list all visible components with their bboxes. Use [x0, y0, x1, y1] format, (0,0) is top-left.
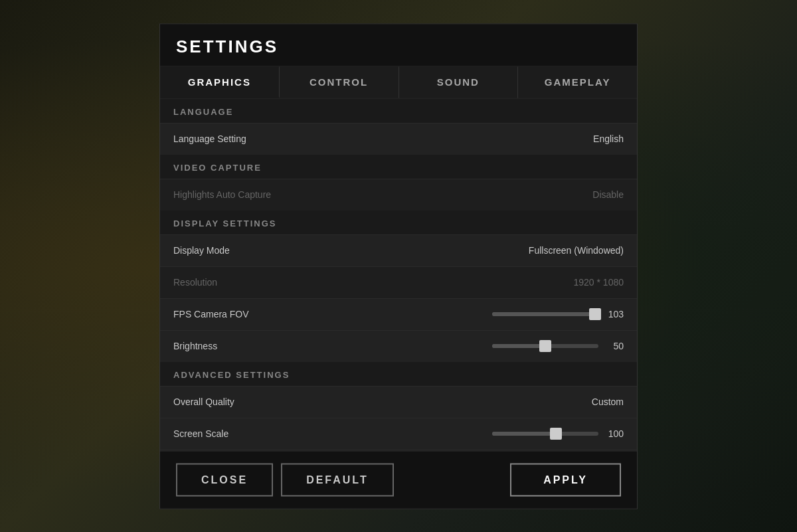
fps-fov-slider-container: 103: [492, 309, 624, 319]
language-setting-value: English: [593, 133, 624, 144]
section-advanced-header: ADVANCED SETTINGS: [160, 361, 637, 385]
screen-scale-value: 100: [604, 428, 624, 439]
section-video-title: VIDEO CAPTURE: [173, 162, 262, 172]
screen-scale-label: Screen Scale: [173, 428, 228, 439]
brightness-slider-thumb[interactable]: [539, 340, 551, 352]
brightness-slider-track[interactable]: [492, 344, 598, 348]
section-language-title: LANGUAGE: [173, 106, 233, 116]
modal-footer: CLOSE DEFAULT APPLY: [160, 450, 637, 508]
tab-sound[interactable]: SOUND: [399, 66, 519, 98]
section-language-header: LANGUAGE: [160, 98, 637, 122]
tab-gameplay[interactable]: GAMEPLAY: [518, 66, 637, 98]
modal-title: SETTINGS: [176, 36, 278, 56]
overall-quality-value: Custom: [592, 397, 624, 407]
section-display-header: DISPLAY SETTINGS: [160, 210, 637, 234]
brightness-value: 50: [604, 341, 624, 351]
fps-fov-slider-thumb[interactable]: [589, 308, 601, 320]
tab-graphics[interactable]: GRAPHICS: [160, 66, 280, 98]
section-advanced-title: ADVANCED SETTINGS: [173, 369, 290, 379]
row-screen-scale: Screen Scale 100: [160, 417, 637, 449]
brightness-label: Brightness: [173, 341, 217, 351]
display-mode-label: Display Mode: [173, 245, 230, 256]
row-fps-fov: FPS Camera FOV 103: [160, 298, 637, 329]
brightness-slider-container: 50: [492, 341, 624, 351]
resolution-value: 1920 * 1080: [573, 277, 624, 288]
brightness-slider-fill: [492, 344, 545, 348]
settings-modal: SETTINGS GRAPHICS CoNTroL SOUND GAMEPLAY…: [159, 23, 638, 509]
screen-scale-slider-track[interactable]: [492, 432, 598, 436]
row-resolution: Resolution 1920 * 1080: [160, 266, 637, 298]
tab-control[interactable]: CoNTroL: [280, 66, 399, 98]
overall-quality-label: Overall Quality: [173, 397, 234, 407]
row-language-setting[interactable]: Language Setting English: [160, 122, 637, 154]
screen-scale-slider-fill: [492, 432, 556, 436]
tabs-row: GRAPHICS CoNTroL SOUND GAMEPLAY: [160, 66, 637, 98]
row-display-mode[interactable]: Display Mode Fullscreen (Windowed): [160, 234, 637, 266]
settings-body: LANGUAGE Language Setting English VIDEO …: [160, 98, 637, 450]
section-video-header: VIDEO CAPTURE: [160, 154, 637, 178]
fps-fov-slider-track[interactable]: [492, 312, 598, 316]
fps-fov-value: 103: [604, 309, 624, 319]
row-overall-quality[interactable]: Overall Quality Custom: [160, 385, 637, 417]
screen-scale-slider-container: 100: [492, 428, 624, 439]
language-setting-label: Language Setting: [173, 133, 246, 144]
apply-button[interactable]: APPLY: [510, 463, 621, 496]
close-button[interactable]: CLOSE: [176, 463, 273, 496]
highlights-label: Highlights Auto Capture: [173, 189, 271, 200]
row-brightness: Brightness 50: [160, 329, 637, 361]
fps-fov-slider-fill: [492, 312, 595, 316]
screen-scale-slider-thumb[interactable]: [550, 428, 562, 440]
resolution-label: Resolution: [173, 277, 217, 288]
section-display-title: DISPLAY SETTINGS: [173, 218, 277, 228]
row-anti-aliasing[interactable]: Anti-Aliasing Very Low: [160, 449, 637, 450]
highlights-value: Disable: [592, 189, 624, 200]
row-highlights-capture: Highlights Auto Capture Disable: [160, 178, 637, 210]
default-button[interactable]: DEFAULT: [281, 463, 394, 496]
modal-header: SETTINGS: [160, 24, 637, 66]
display-mode-value: Fullscreen (Windowed): [529, 245, 624, 256]
fps-fov-label: FPS Camera FOV: [173, 309, 249, 319]
